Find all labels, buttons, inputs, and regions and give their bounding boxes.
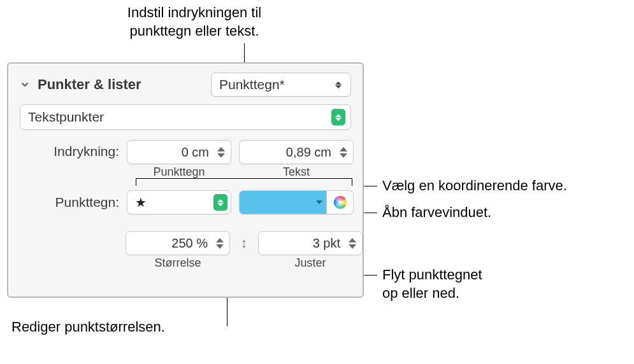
bullet-size-value: 250 % — [133, 236, 213, 251]
bullet-label: Punkttegn: — [20, 195, 119, 210]
bullet-type-popup[interactable]: Tekstpunkter — [20, 104, 351, 130]
bullet-indent-value: 0 cm — [134, 145, 214, 160]
section-title: Punkter & lister — [38, 76, 141, 93]
callout-open-color: Åbn farvevinduet. — [382, 204, 491, 222]
list-style-value: Punkttegn* — [219, 77, 285, 92]
indent-bracket — [136, 178, 352, 190]
chevron-updown-icon — [331, 109, 345, 125]
chevron-down-icon — [316, 200, 322, 204]
bullet-align-value: 3 pkt — [265, 236, 345, 251]
bullet-size-caption: Størrelse — [126, 256, 230, 270]
stepper-arrows-icon — [336, 147, 350, 158]
color-wheel-icon — [333, 195, 347, 209]
bullet-align-stepper[interactable]: 3 pkt — [258, 231, 363, 255]
stepper-arrows-icon — [345, 238, 359, 249]
text-indent-caption: Tekst — [239, 165, 354, 179]
bullet-glyph-popup[interactable]: ★ — [127, 190, 231, 214]
callout-coord-color: Vælg en koordinerende farve. — [382, 177, 567, 195]
bullet-size-stepper[interactable]: 250 % — [126, 231, 230, 255]
callout-move-bullet: Flyt punkttegnet op eller ned. — [382, 266, 482, 302]
vertical-drag-icon: ↕ — [241, 235, 248, 251]
bullet-color-swatch[interactable] — [239, 190, 327, 214]
chevron-updown-icon — [331, 76, 345, 93]
callout-bullet-size: Rediger punktstørrelsen. — [11, 318, 165, 337]
bullet-type-value: Tekstpunkter — [28, 109, 104, 125]
text-indent-value: 0,89 cm — [246, 145, 336, 160]
star-icon: ★ — [135, 195, 147, 210]
bullet-align-caption: Juster — [258, 256, 363, 270]
bullet-indent-stepper[interactable]: 0 cm — [127, 140, 231, 164]
bullet-indent-caption: Punkttegn — [127, 165, 231, 179]
text-indent-stepper[interactable]: 0,89 cm — [239, 140, 354, 164]
list-style-popup[interactable]: Punkttegn* — [211, 73, 351, 97]
stepper-arrows-icon — [214, 147, 228, 158]
bullets-lists-panel: Punkter & lister Punkttegn* Tekstpunkter… — [7, 62, 364, 298]
disclosure-chevron-icon[interactable] — [20, 80, 30, 90]
stepper-arrows-icon — [213, 238, 227, 249]
indent-label: Indrykning: — [20, 140, 119, 159]
chevron-updown-icon — [213, 194, 227, 211]
callout-indent: Indstil indrykningen til punkttegn eller… — [96, 4, 293, 40]
svg-point-0 — [334, 196, 347, 209]
color-wheel-button[interactable] — [327, 190, 354, 214]
